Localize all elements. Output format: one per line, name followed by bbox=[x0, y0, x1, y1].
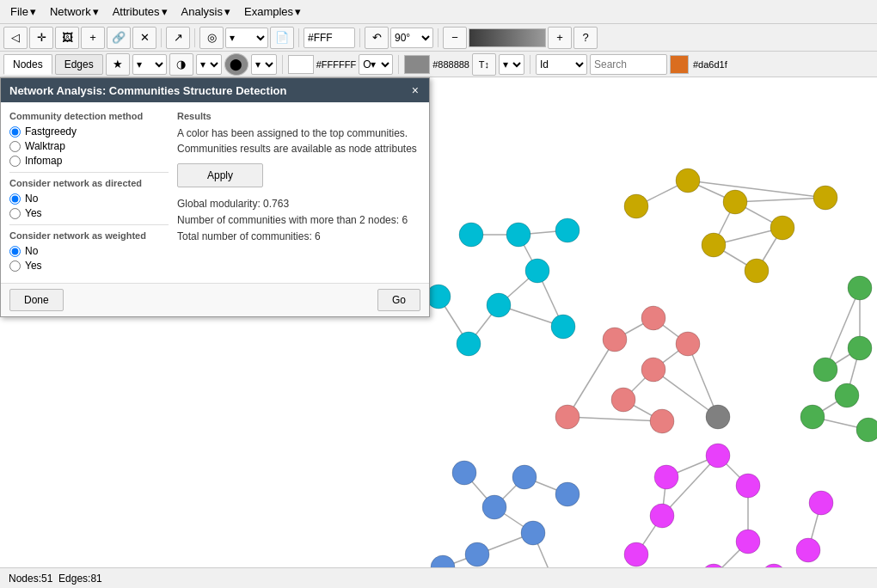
svg-point-77 bbox=[452, 461, 476, 485]
directed-no-row[interactable]: No bbox=[9, 193, 169, 205]
svg-point-62 bbox=[555, 218, 580, 242]
sep4 bbox=[359, 28, 360, 47]
move-all-btn[interactable]: ✛ bbox=[29, 27, 53, 49]
bg-color-swatch[interactable] bbox=[288, 55, 314, 74]
svg-point-79 bbox=[521, 521, 545, 545]
directed-yes-row[interactable]: Yes bbox=[9, 207, 169, 219]
directed-section-label: Consider network as directed bbox=[9, 178, 169, 188]
fastgreedy-radio[interactable] bbox=[9, 126, 21, 138]
shape-outline-select[interactable]: O▾ bbox=[359, 54, 393, 75]
menu-analysis[interactable]: Analysis ▾ bbox=[175, 2, 237, 21]
link-btn[interactable]: 🔗 bbox=[107, 27, 131, 49]
svg-point-76 bbox=[848, 276, 872, 300]
dialog-close-button[interactable]: × bbox=[410, 83, 420, 97]
svg-point-59 bbox=[457, 332, 481, 356]
zoom-out-btn[interactable]: − bbox=[443, 27, 467, 49]
sep8 bbox=[530, 55, 530, 74]
weighted-yes-row[interactable]: Yes bbox=[9, 260, 169, 272]
svg-point-64 bbox=[641, 306, 665, 330]
node-shape-select[interactable]: ▾ bbox=[132, 54, 167, 75]
rotation-select[interactable]: 90° bbox=[390, 28, 433, 48]
fastgreedy-label: Fastgreedy bbox=[25, 126, 77, 138]
weighted-no-radio[interactable] bbox=[9, 246, 21, 257]
svg-point-93 bbox=[650, 504, 674, 528]
contrast-btn[interactable]: ◑ bbox=[169, 53, 193, 76]
help-btn[interactable]: ? bbox=[573, 27, 598, 49]
svg-point-60 bbox=[426, 285, 451, 309]
zoom-slider[interactable] bbox=[469, 28, 546, 47]
size-select[interactable]: ▾ bbox=[499, 54, 524, 75]
image-btn[interactable]: 🖼 bbox=[55, 27, 79, 49]
fastgreedy-row[interactable]: Fastgreedy bbox=[9, 126, 169, 138]
svg-point-84 bbox=[555, 482, 580, 506]
move-left-btn[interactable]: ◁ bbox=[3, 27, 28, 49]
star-btn[interactable]: ★ bbox=[106, 53, 130, 76]
walktrap-radio[interactable] bbox=[9, 141, 21, 152]
svg-point-85 bbox=[654, 465, 678, 489]
svg-point-61 bbox=[551, 315, 575, 339]
svg-point-55 bbox=[459, 223, 483, 247]
svg-point-86 bbox=[706, 444, 730, 468]
results-label: Results bbox=[177, 111, 420, 121]
done-button[interactable]: Done bbox=[9, 289, 64, 311]
svg-point-88 bbox=[736, 530, 760, 554]
node-color-swatch[interactable] bbox=[404, 55, 430, 74]
add-node-btn[interactable]: + bbox=[81, 27, 105, 49]
sep2 bbox=[194, 28, 195, 47]
apply-button[interactable]: Apply bbox=[177, 163, 263, 187]
community-section-label: Community detection method bbox=[9, 111, 169, 121]
right-panel: Results A color has been assigned to the… bbox=[177, 111, 420, 274]
svg-point-87 bbox=[736, 474, 760, 498]
weighted-section-label: Consider network as weighted bbox=[9, 230, 169, 241]
tab-edges[interactable]: Edges bbox=[55, 54, 103, 75]
svg-line-22 bbox=[567, 340, 615, 417]
go-button[interactable]: Go bbox=[377, 289, 420, 311]
contrast-select[interactable]: ▾ bbox=[196, 54, 222, 75]
svg-point-74 bbox=[800, 405, 825, 429]
directed-no-radio[interactable] bbox=[9, 193, 21, 205]
layout-btn[interactable]: ◎ bbox=[199, 27, 224, 49]
dialog-footer: Done Go bbox=[1, 283, 429, 316]
menu-attributes[interactable]: Attributes ▾ bbox=[106, 2, 175, 21]
color-input[interactable] bbox=[304, 28, 355, 48]
weighted-no-label: No bbox=[25, 245, 38, 257]
infomap-radio[interactable] bbox=[9, 156, 21, 167]
svg-point-66 bbox=[641, 358, 665, 382]
save-image-btn[interactable]: 📄 bbox=[270, 27, 294, 49]
svg-line-8 bbox=[735, 198, 825, 202]
share-btn[interactable]: ↗ bbox=[166, 27, 190, 49]
accent-color-swatch[interactable] bbox=[670, 55, 689, 74]
size-btn[interactable]: T↕ bbox=[472, 53, 496, 76]
weighted-yes-radio[interactable] bbox=[9, 260, 21, 272]
dialog-body: Community detection method Fastgreedy Wa… bbox=[1, 102, 429, 283]
layout-select[interactable]: ▾ bbox=[225, 28, 268, 48]
svg-point-81 bbox=[431, 555, 455, 567]
sep5 bbox=[438, 28, 438, 47]
sep3 bbox=[298, 28, 299, 47]
tab-nodes[interactable]: Nodes bbox=[3, 54, 52, 75]
svg-point-70 bbox=[706, 405, 730, 429]
id-select[interactable]: Id bbox=[536, 54, 587, 75]
color-dot-btn[interactable]: ⬤ bbox=[224, 53, 248, 76]
undo-btn[interactable]: ↶ bbox=[365, 27, 389, 49]
menu-examples[interactable]: Examples ▾ bbox=[237, 2, 308, 21]
search-input[interactable] bbox=[590, 54, 667, 75]
results-description: A color has been assigned to the top com… bbox=[177, 126, 420, 156]
svg-point-72 bbox=[848, 336, 872, 360]
bg-color-label: #FFFFFF bbox=[316, 59, 356, 70]
directed-yes-radio[interactable] bbox=[9, 208, 21, 219]
menu-file[interactable]: File ▾ bbox=[3, 2, 43, 21]
walktrap-label: Walktrap bbox=[25, 140, 65, 152]
node-color-label: #888888 bbox=[432, 59, 469, 70]
menu-network[interactable]: Network ▾ bbox=[43, 2, 106, 21]
walktrap-row[interactable]: Walktrap bbox=[9, 140, 169, 152]
weighted-no-row[interactable]: No bbox=[9, 245, 169, 257]
svg-point-75 bbox=[856, 418, 877, 442]
delete-btn[interactable]: ✕ bbox=[132, 27, 156, 49]
infomap-row[interactable]: Infomap bbox=[9, 155, 169, 167]
community-detection-dialog: Network Analysis: Communities Structure … bbox=[0, 77, 430, 317]
statusbar: Nodes:51 Edges:81 bbox=[0, 567, 877, 588]
left-panel: Community detection method Fastgreedy Wa… bbox=[9, 111, 169, 274]
color-dot-select[interactable]: ▾ bbox=[251, 54, 277, 75]
zoom-in-btn[interactable]: + bbox=[548, 27, 572, 49]
